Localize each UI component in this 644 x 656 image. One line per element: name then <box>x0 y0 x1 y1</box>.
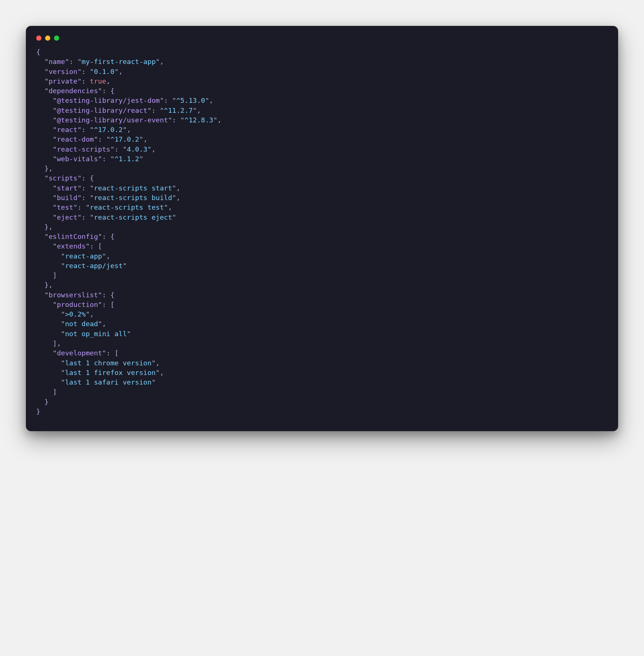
json-value: last 1 chrome version <box>65 359 152 367</box>
json-value: not dead <box>65 320 98 328</box>
json-value: ^17.0.2 <box>94 126 123 133</box>
json-key: test <box>57 203 74 211</box>
json-key: scripts <box>48 174 77 182</box>
json-key: development <box>57 349 102 357</box>
json-value: last 1 safari version <box>65 378 152 386</box>
json-key: production <box>57 301 98 308</box>
json-value: ^12.8.3 <box>184 116 213 124</box>
json-value: react-app <box>65 252 102 260</box>
json-key: private <box>48 77 77 85</box>
json-value: 0.1.0 <box>94 68 115 75</box>
json-key: version <box>48 68 77 75</box>
json-key: extends <box>57 242 86 250</box>
json-key: dependencies <box>48 87 98 95</box>
code-content: { "name": "my-first-react-app", "version… <box>35 47 609 416</box>
json-key: name <box>48 58 65 65</box>
json-value: ^1.1.2 <box>115 155 139 163</box>
json-key: start <box>57 184 78 192</box>
json-value: react-app/jest <box>65 262 123 270</box>
json-key: react-dom <box>57 135 94 143</box>
json-value: ^17.0.2 <box>111 135 139 143</box>
json-key: browserslist <box>48 291 98 299</box>
json-value: ^5.13.0 <box>176 97 205 104</box>
zoom-icon[interactable] <box>54 35 59 41</box>
json-key: web-vitals <box>57 155 98 163</box>
json-key: build <box>57 194 78 202</box>
json-key: @testing-library/user-event <box>57 116 168 124</box>
json-key: @testing-library/react <box>57 106 148 114</box>
json-value: 4.0.3 <box>127 145 148 153</box>
json-value: >0.2% <box>65 310 86 318</box>
json-value: react-scripts test <box>90 203 164 211</box>
json-value: react-scripts eject <box>94 213 172 221</box>
window-traffic-lights <box>35 34 609 47</box>
minimize-icon[interactable] <box>45 35 50 41</box>
json-key: react <box>57 126 78 133</box>
json-key: eject <box>57 213 78 221</box>
json-value: ^11.2.7 <box>164 106 193 114</box>
close-icon[interactable] <box>36 35 41 41</box>
json-value: my-first-react-app <box>82 58 156 65</box>
json-value: react-scripts start <box>94 184 172 192</box>
json-key: @testing-library/jest-dom <box>57 97 160 104</box>
json-key: react-scripts <box>57 145 111 153</box>
json-value: not op_mini all <box>65 330 127 338</box>
json-key: eslintConfig <box>48 233 98 240</box>
code-window: { "name": "my-first-react-app", "version… <box>26 26 618 431</box>
json-value: react-scripts build <box>94 194 172 202</box>
json-bool: true <box>90 77 106 85</box>
json-value: last 1 firefox version <box>65 369 156 376</box>
